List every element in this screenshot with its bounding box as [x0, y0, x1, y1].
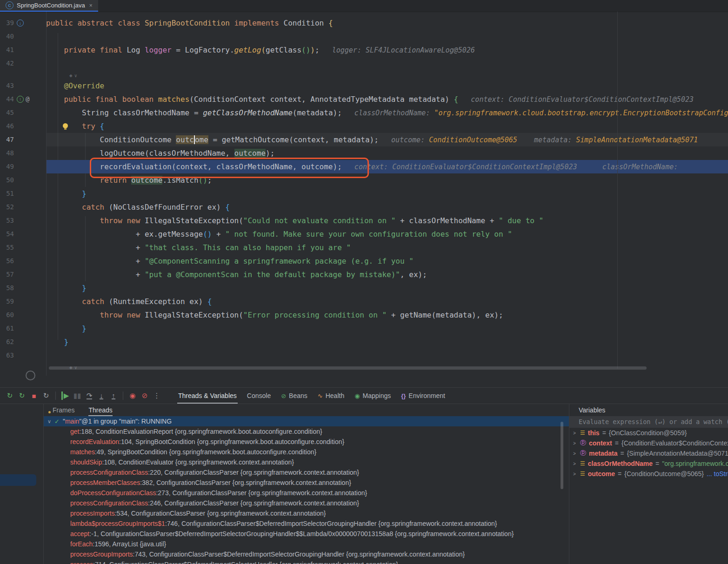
variable-row[interactable]: >☰this = {OnClassCondition@5059}: [569, 428, 728, 438]
code-line[interactable]: 60 throw new IllegalStateException("Erro…: [0, 308, 728, 322]
tab-threads[interactable]: Threads: [88, 404, 112, 416]
evaluate-expression-input[interactable]: Evaluate expression (↵) or add a watch (: [569, 416, 728, 428]
code-line[interactable]: 39↓public abstract class SpringBootCondi…: [0, 16, 728, 30]
rerun-debugger-button[interactable]: ↻: [16, 390, 27, 401]
debug-tab-threads-variables[interactable]: Threads & Variables: [173, 388, 242, 404]
code-line[interactable]: 62 }: [0, 335, 728, 349]
stack-frame-row[interactable]: processGroupImports:743, ConfigurationCl…: [44, 549, 569, 559]
stack-frame-row[interactable]: processImports:534, ConfigurationClassPa…: [44, 508, 569, 518]
local-variable-icon: ☰: [580, 430, 585, 436]
code-line[interactable]: 61 }: [0, 322, 728, 335]
debug-tabs: Threads & VariablesConsole⊘Beans∿Health◉…: [173, 388, 450, 404]
code-line[interactable]: 46 try {: [0, 119, 728, 133]
stack-frame-row[interactable]: get:188, ConditionEvaluationReport {org.…: [44, 426, 569, 437]
debug-tab-console[interactable]: Console: [242, 388, 276, 404]
expand-chevron-icon[interactable]: >: [573, 461, 577, 466]
close-tab-icon[interactable]: ×: [89, 2, 93, 9]
step-into-button[interactable]: ↓: [96, 390, 107, 401]
code-editor[interactable]: 39↓public abstract class SpringBootCondi…: [0, 12, 728, 387]
debug-tab-environment[interactable]: {}Environment: [396, 388, 450, 404]
code-line[interactable]: 51 }: [0, 187, 728, 200]
code-line[interactable]: 56 + "@ComponentScanning a springframewo…: [0, 254, 728, 268]
code-line[interactable]: 44↑@ public final boolean matches(Condit…: [0, 93, 728, 106]
step-over-button[interactable]: ↷: [84, 390, 95, 401]
thread-label: "main"@1 in group "main": RUNNING: [63, 418, 172, 425]
variable-row[interactable]: >ⓟcontext = {ConditionEvaluator$Conditio…: [569, 438, 728, 448]
step-out-button[interactable]: ↑: [108, 390, 119, 401]
code-line[interactable]: 45 String classOrMethodName = getClassOr…: [0, 106, 728, 119]
code-line[interactable]: 63: [0, 349, 728, 362]
code-line[interactable]: 52 catch (NoClassDefFoundError ex) {: [0, 200, 728, 214]
code-line[interactable]: 42: [0, 57, 728, 70]
frames-scrollbar[interactable]: [561, 422, 563, 489]
annotation-gutter-icon[interactable]: @: [26, 93, 29, 106]
code-line[interactable]: 53 throw new IllegalStateException("Coul…: [0, 214, 728, 227]
parameter-icon: ⓟ: [580, 449, 586, 458]
intention-bulb-icon[interactable]: [63, 123, 68, 128]
debug-tab-health[interactable]: ∿Health: [313, 388, 349, 404]
fold-region-icon[interactable]: ◈: [69, 73, 73, 79]
debug-content: Frames Threads ∨ ✓ "main"@1 in group "ma…: [0, 404, 728, 564]
view-breakpoints-button[interactable]: ⊘: [139, 390, 150, 401]
code-line[interactable]: 40: [0, 30, 728, 43]
refresh-button[interactable]: ↻: [40, 390, 52, 401]
resume-button[interactable]: ▶: [60, 390, 71, 401]
code-line[interactable]: 43 @Override: [0, 79, 728, 93]
stack-frame-row[interactable]: lambda$processGroupImports$1:746, Config…: [44, 518, 569, 529]
code-line[interactable]: 41 private final Log logger = LogFactory…: [0, 43, 728, 57]
thread-row[interactable]: ∨ ✓ "main"@1 in group "main": RUNNING: [44, 416, 569, 426]
stack-frame-row[interactable]: process:714, ConfigurationClassParser$De…: [44, 559, 569, 564]
stack-frame-row[interactable]: matches:49, SpringBootCondition {org.spr…: [44, 447, 569, 457]
variable-row[interactable]: >ⓟmetadata = {SimpleAnnotationMetadata@5…: [569, 448, 728, 458]
editor-tab-title: SpringBootCondition.java: [17, 2, 85, 9]
stack-frame-row[interactable]: processConfigurationClass:220, Configura…: [44, 467, 569, 478]
overriding-method-gutter-icon[interactable]: ↑: [17, 96, 24, 103]
pause-button[interactable]: ▮▮: [72, 390, 83, 401]
tab-label: Beans: [289, 392, 307, 399]
code-line[interactable]: 54 + ex.getMessage() + " not found. Make…: [0, 227, 728, 241]
stack-frame-row[interactable]: processMemberClasses:382, ConfigurationC…: [44, 478, 569, 488]
code-line[interactable]: 58 }: [0, 281, 728, 295]
variable-row[interactable]: >☰outcome = {ConditionOutcome@5065} ... …: [569, 469, 728, 479]
stack-frame-row[interactable]: accept:-1, ConfigurationClassParser$Defe…: [44, 529, 569, 539]
stack-frame-row[interactable]: forEach:1596, ArrayList {java.util}: [44, 539, 569, 549]
editor-tab[interactable]: C SpringBootCondition.java ×: [0, 0, 98, 12]
stack-frame-row[interactable]: doProcessConfigurationClass:273, Configu…: [44, 488, 569, 498]
code-line[interactable]: 59 catch (RuntimeException ex) {: [0, 295, 728, 308]
expand-chevron-icon[interactable]: >: [573, 451, 577, 456]
expand-chevron-icon[interactable]: >: [573, 431, 577, 436]
horizontal-scrollbar[interactable]: [49, 366, 647, 370]
stack-frame-row[interactable]: shouldSkip:108, ConditionEvaluator {org.…: [44, 457, 569, 467]
tostring-link[interactable]: ... toString(): [707, 470, 728, 478]
debug-tab-beans[interactable]: ⊘Beans: [276, 388, 313, 404]
code-inlay-row[interactable]: ◈∨: [0, 70, 728, 79]
editor-widget-icon[interactable]: [26, 371, 35, 380]
tab-label: Console: [247, 392, 271, 399]
variables-pane: Variables Evaluate expression (↵) or add…: [569, 404, 728, 564]
code-line[interactable]: 55 + "that class. This can also happen i…: [0, 241, 728, 254]
expand-chevron-icon[interactable]: >: [573, 441, 577, 446]
tool-window-stripe-highlight[interactable]: [0, 474, 36, 486]
stop-button[interactable]: ■: [28, 390, 40, 401]
debug-tab-mappings[interactable]: ◉Mappings: [349, 388, 396, 404]
rerun-button[interactable]: ↻: [4, 390, 15, 401]
stack-frame-row[interactable]: processConfigurationClass:246, Configura…: [44, 498, 569, 508]
expand-chevron-icon[interactable]: >: [573, 471, 577, 477]
tab-frames[interactable]: Frames: [48, 404, 74, 416]
chevron-down-icon[interactable]: ∨: [47, 418, 51, 425]
code-line[interactable]: 57 + "put a @ComponentScan in the defaul…: [0, 268, 728, 281]
implementations-gutter-icon[interactable]: ↓: [17, 20, 24, 27]
chevron-down-icon[interactable]: ∨: [74, 73, 77, 78]
frames-list: get:188, ConditionEvaluationReport {org.…: [44, 426, 569, 564]
more-options-button[interactable]: ⋮: [151, 390, 162, 401]
code-line[interactable]: 47 ConditionOutcome outcome = getMatchOu…: [0, 133, 728, 146]
toolbar-separator: [123, 391, 123, 400]
thread-running-check-icon: ✓: [54, 418, 60, 425]
frames-threads-tabs: Frames Threads: [44, 404, 569, 416]
mute-breakpoints-button[interactable]: ◉: [127, 390, 138, 401]
right-margin-ruler: [617, 12, 618, 369]
debug-toolbar-icons: ↻↻■↻▶▮▮↷↓↑◉⊘⋮: [4, 390, 163, 401]
stack-frame-row[interactable]: recordEvaluation:104, SpringBootConditio…: [44, 437, 569, 447]
variable-row[interactable]: >☰classOrMethodName = "org.springframewo…: [569, 458, 728, 469]
ide-window: C SpringBootCondition.java × 39↓public a…: [0, 0, 728, 564]
